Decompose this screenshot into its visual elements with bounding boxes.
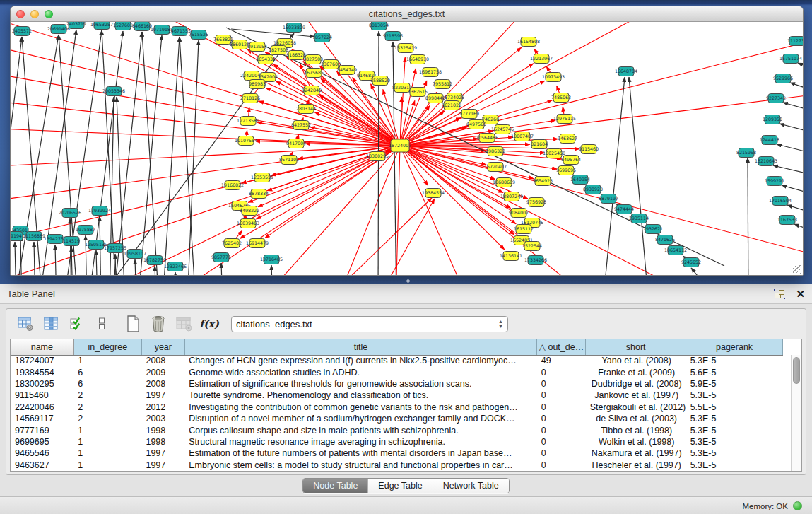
window-titlebar[interactable]: citations_edges.txt: [11, 6, 803, 22]
graph-node[interactable]: 18724007: [389, 139, 411, 152]
graph-edge[interactable]: [396, 146, 400, 275]
graph-node[interactable]: 10973493: [542, 73, 565, 82]
graph-node[interactable]: 8215958: [736, 148, 756, 158]
graph-edge[interactable]: [175, 272, 177, 275]
graph-node[interactable]: 2522544: [522, 242, 542, 251]
graph-node[interactable]: 16782759: [143, 256, 166, 265]
table-cell[interactable]: 1998: [141, 436, 184, 448]
table-cell[interactable]: Changes of HCN gene expression and I(f) …: [184, 355, 537, 366]
graph-node[interactable]: 12213589: [237, 117, 259, 126]
table-row[interactable]: 1938455462009Genome-wide association stu…: [11, 366, 783, 378]
graph-node[interactable]: 9227342: [766, 94, 786, 103]
graph-node[interactable]: 8938923: [583, 185, 603, 194]
table-cell[interactable]: Jankovic et al. (1997): [586, 390, 686, 401]
table-cell[interactable]: 9699695: [11, 436, 73, 448]
table-row[interactable]: 946554611997Estimation of the future num…: [11, 448, 783, 459]
table-row[interactable]: 946362711997Embryonic stem cells: a mode…: [11, 460, 783, 471]
graph-node[interactable]: 18300295: [366, 152, 389, 161]
column-header-pagerank[interactable]: pagerank: [686, 339, 783, 355]
graph-node[interactable]: 1527602: [113, 22, 133, 30]
table-cell[interactable]: Estimation of significance thresholds fo…: [184, 378, 537, 390]
graph-edge[interactable]: [102, 30, 117, 275]
graph-edge[interactable]: [11, 146, 400, 245]
table-row[interactable]: 977716911998Corpus callosum shape and si…: [11, 424, 783, 436]
table-settings-button[interactable]: [15, 314, 36, 334]
table-scrollbar[interactable]: [791, 355, 801, 471]
graph-edge[interactable]: [88, 31, 123, 275]
table-cell[interactable]: 1: [73, 460, 141, 471]
table-cell[interactable]: 1997: [141, 460, 184, 471]
graph-node[interactable]: 7515526: [189, 30, 208, 40]
table-cell[interactable]: Hescheler et al. (1997): [586, 460, 686, 471]
table-cell[interactable]: Genome-wide association studies in ADHD.: [184, 366, 537, 378]
graph-node[interactable]: 20206526: [59, 209, 81, 218]
graph-edge[interactable]: [779, 124, 803, 137]
graph-edge[interactable]: [783, 103, 803, 116]
table-cell[interactable]: Stergiakouli et al. (2012): [586, 402, 686, 413]
graph-edge[interactable]: [798, 63, 803, 76]
table-cell[interactable]: 5.3E-5: [686, 413, 783, 424]
graph-node[interactable]: 1640954: [570, 175, 590, 185]
table-cell[interactable]: 6: [73, 366, 141, 378]
graph-node[interactable]: 12213967: [530, 54, 553, 64]
graph-edge[interactable]: [20, 236, 22, 275]
window-resize-grip[interactable]: [793, 265, 801, 274]
column-header-title[interactable]: title: [184, 339, 537, 355]
table-cell[interactable]: 2009: [141, 366, 184, 378]
new-table-button[interactable]: [122, 314, 143, 334]
table-cell[interactable]: 1997: [141, 390, 184, 401]
table-cell[interactable]: Structural magnetic resonance image aver…: [184, 436, 537, 448]
graph-node[interactable]: 9245652: [681, 258, 701, 267]
graph-node[interactable]: 7932621: [643, 225, 663, 234]
table-cell[interactable]: 0: [537, 448, 586, 459]
column-header-out_de[interactable]: △ out_de…: [537, 339, 586, 355]
graph-node[interactable]: 16648784: [615, 67, 637, 76]
graph-node[interactable]: 10107554: [235, 136, 257, 146]
graph-node[interactable]: 1167533: [777, 216, 797, 225]
graph-node[interactable]: 16039463: [237, 219, 259, 228]
graph-node[interactable]: 9857771: [211, 253, 231, 262]
table-cell[interactable]: 6: [73, 378, 141, 390]
graph-node[interactable]: 2405572: [12, 27, 32, 36]
table-cell[interactable]: 2008: [141, 378, 184, 390]
graph-node[interactable]: 10654112: [664, 246, 687, 255]
table-cell[interactable]: 14569117: [11, 413, 73, 424]
graph-node[interactable]: 8912954: [247, 42, 267, 52]
table-cell[interactable]: 0: [537, 436, 586, 448]
graph-edge[interactable]: [11, 146, 400, 167]
graph-node[interactable]: 19384554: [422, 189, 445, 198]
graph-node[interactable]: 9084007: [509, 209, 529, 218]
graph-node[interactable]: 8813054: [369, 22, 389, 30]
table-cell[interactable]: de Silva et al. (2003): [586, 413, 686, 424]
graph-edge[interactable]: [603, 77, 625, 275]
graph-node[interactable]: 13716485: [260, 255, 283, 264]
graph-node[interactable]: 16033809: [283, 23, 305, 33]
graph-node[interactable]: 1112734: [787, 37, 803, 46]
table-cell[interactable]: 2: [73, 413, 141, 424]
graph-node[interactable]: 1588520: [370, 76, 390, 86]
graph-edge[interactable]: [142, 32, 159, 275]
graph-node[interactable]: 16914479: [246, 239, 269, 248]
graph-edge[interactable]: [748, 158, 748, 275]
graph-node[interactable]: 17016504: [769, 197, 792, 206]
table-cell[interactable]: 0: [537, 378, 586, 390]
table-cell[interactable]: Franke et al. (2009): [586, 366, 686, 378]
table-cell[interactable]: 1998: [141, 424, 184, 436]
table-cell[interactable]: 2008: [141, 355, 184, 366]
table-cell[interactable]: 2012: [141, 402, 184, 413]
column-header-name[interactable]: name: [11, 339, 73, 355]
graph-node[interactable]: 8860124: [230, 40, 249, 49]
graph-node[interactable]: 8671101: [279, 156, 299, 165]
table-cell[interactable]: 2: [73, 390, 141, 401]
graph-node[interactable]: 20564486: [476, 134, 498, 143]
table-row[interactable]: 2242004622012Investigating the contribut…: [11, 402, 783, 413]
graph-edge[interactable]: [11, 128, 400, 146]
graph-edge[interactable]: [163, 37, 180, 275]
table-selector-dropdown[interactable]: citations_edges.txt ▲▼: [231, 316, 508, 332]
graph-node[interactable]: 1209358: [763, 115, 782, 124]
graph-node[interactable]: 16154808: [517, 37, 540, 47]
graph-node[interactable]: 7857224: [312, 33, 332, 42]
tab-node-table[interactable]: Node Table: [303, 479, 368, 493]
show-columns-button[interactable]: [40, 314, 61, 334]
table-row[interactable]: 969969511998Structural magnetic resonanc…: [11, 436, 783, 448]
